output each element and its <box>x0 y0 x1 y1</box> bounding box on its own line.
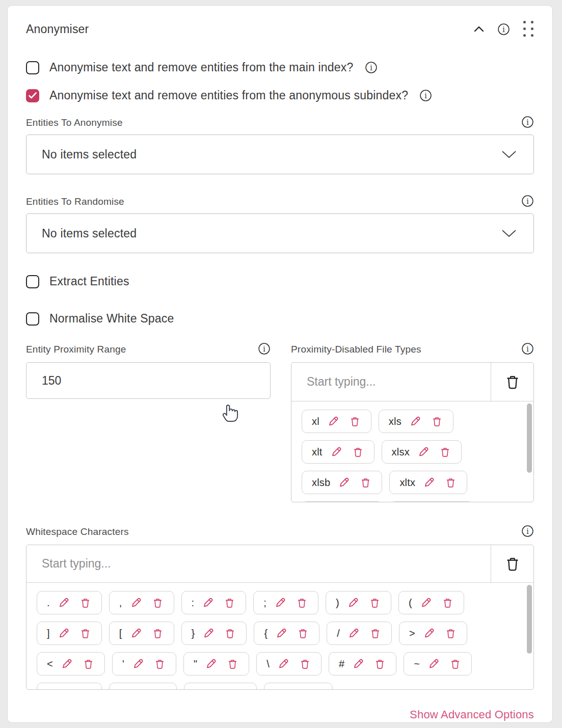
chip-label: xlt <box>312 446 323 458</box>
file-type-chip: xlsx <box>382 440 462 464</box>
chip-trash-icon[interactable] <box>368 597 381 609</box>
edit-pencil-icon[interactable] <box>202 627 216 640</box>
anonymous-subindex-label: Anonymise text and remove entities from … <box>49 89 408 102</box>
chip-trash-icon[interactable] <box>297 627 309 640</box>
entities-to-anonymise-select[interactable]: No items selected <box>26 134 534 174</box>
whitespace-chip: ~ <box>404 652 472 676</box>
edit-pencil-icon[interactable] <box>417 445 431 459</box>
info-icon[interactable]: i <box>258 342 271 355</box>
info-icon[interactable]: i <box>419 89 432 102</box>
edit-pencil-icon[interactable] <box>130 627 144 640</box>
chip-trash-icon[interactable] <box>226 658 239 670</box>
scrollbar-thumb[interactable] <box>527 585 532 654</box>
chip-trash-icon[interactable] <box>441 597 454 609</box>
clear-all-trash-icon[interactable] <box>491 363 533 401</box>
edit-pencil-icon[interactable] <box>330 445 344 459</box>
edit-pencil-icon[interactable] <box>409 415 423 428</box>
info-icon[interactable]: i <box>521 195 534 207</box>
whitespace-search-input[interactable] <box>26 545 491 582</box>
edit-pencil-icon[interactable] <box>275 627 289 640</box>
proximity-disabled-file-types-label: Proximity-Disabled File Types <box>291 344 421 355</box>
chip-trash-icon[interactable] <box>82 658 95 670</box>
file-type-chip: xl <box>302 410 371 433</box>
edit-pencil-icon[interactable] <box>132 688 146 690</box>
chip-trash-icon[interactable] <box>153 658 166 670</box>
chip-trash-icon[interactable] <box>439 446 451 459</box>
edit-pencil-icon[interactable] <box>277 657 291 671</box>
main-index-checkbox[interactable] <box>26 61 39 74</box>
edit-pencil-icon[interactable] <box>58 627 71 640</box>
file-types-search-input[interactable] <box>291 363 491 401</box>
chip-trash-icon[interactable] <box>224 627 236 640</box>
edit-pencil-icon[interactable] <box>338 476 352 490</box>
svg-text:i: i <box>526 527 529 535</box>
edit-pencil-icon[interactable] <box>202 596 216 610</box>
chip-trash-icon[interactable] <box>234 688 247 690</box>
whitespace-chip: ' <box>112 652 176 676</box>
edit-pencil-icon[interactable] <box>423 476 437 490</box>
edit-pencil-icon[interactable] <box>288 688 302 690</box>
scrollbar-thumb[interactable] <box>527 403 532 473</box>
edit-pencil-icon[interactable] <box>427 657 441 671</box>
chip-trash-icon[interactable] <box>373 658 386 670</box>
chip-label: < <box>47 658 53 670</box>
edit-pencil-icon[interactable] <box>420 596 434 610</box>
entity-proximity-range-input[interactable] <box>26 362 271 399</box>
edit-pencil-icon[interactable] <box>212 688 226 690</box>
drag-handle-icon[interactable] <box>523 21 534 37</box>
edit-pencil-icon[interactable] <box>132 657 146 671</box>
anonymous-subindex-checkbox[interactable] <box>26 89 39 102</box>
chip-label: ' <box>122 658 124 670</box>
info-icon[interactable]: i <box>521 525 534 537</box>
chip-trash-icon[interactable] <box>223 597 236 609</box>
edit-pencil-icon[interactable] <box>327 415 341 428</box>
chip-trash-icon[interactable] <box>299 658 311 670</box>
chip-trash-icon[interactable] <box>352 446 364 459</box>
chip-trash-icon[interactable] <box>154 688 167 690</box>
whitespace-chip-list: . , <box>26 583 533 689</box>
info-icon[interactable]: i <box>365 61 378 74</box>
file-type-chip: xls <box>379 410 453 433</box>
collapse-chevron-icon[interactable] <box>474 26 484 32</box>
info-icon[interactable]: i <box>521 342 534 355</box>
edit-pencil-icon[interactable] <box>205 657 219 671</box>
extract-entities-row: Extract Entities <box>26 275 534 288</box>
edit-pencil-icon[interactable] <box>274 596 288 610</box>
edit-pencil-icon[interactable] <box>347 596 361 610</box>
chip-trash-icon[interactable] <box>431 415 443 428</box>
chip-trash-icon[interactable] <box>151 597 164 609</box>
chip-label: > <box>409 628 415 639</box>
chip-trash-icon[interactable] <box>310 688 323 690</box>
show-advanced-options-link[interactable]: Show Advanced Options <box>410 708 534 721</box>
whitespace-chip: ( <box>398 591 464 614</box>
entities-to-randomise-label: Entities To Randomise <box>26 196 124 207</box>
edit-pencil-icon[interactable] <box>61 657 74 671</box>
chip-trash-icon[interactable] <box>79 688 92 690</box>
chip-trash-icon[interactable] <box>449 658 462 670</box>
entities-to-randomise-select[interactable]: No items selected <box>26 213 534 253</box>
chip-trash-icon[interactable] <box>151 627 164 640</box>
svg-text:i: i <box>370 64 372 72</box>
chip-trash-icon[interactable] <box>349 415 361 428</box>
normalise-white-space-checkbox[interactable] <box>26 312 39 326</box>
edit-pencil-icon[interactable] <box>352 657 366 671</box>
edit-pencil-icon[interactable] <box>130 596 144 610</box>
edit-pencil-icon[interactable] <box>58 688 71 690</box>
chip-trash-icon[interactable] <box>296 597 308 609</box>
chip-trash-icon[interactable] <box>444 476 457 489</box>
chip-trash-icon[interactable] <box>359 476 372 489</box>
clear-all-trash-icon[interactable] <box>491 545 533 582</box>
extract-entities-checkbox[interactable] <box>26 275 39 288</box>
chip-trash-icon[interactable] <box>79 597 92 609</box>
chip-trash-icon[interactable] <box>369 627 382 640</box>
edit-pencil-icon[interactable] <box>58 596 71 610</box>
edit-pencil-icon[interactable] <box>347 627 361 640</box>
info-icon[interactable]: i <box>521 116 534 128</box>
edit-pencil-icon[interactable] <box>423 627 437 640</box>
chip-label: ? <box>119 689 125 690</box>
whitespace-chip: / <box>327 622 392 645</box>
chip-trash-icon[interactable] <box>79 627 92 640</box>
chip-trash-icon[interactable] <box>444 627 457 640</box>
info-icon[interactable]: i <box>497 23 510 36</box>
chip-label: { <box>264 628 267 639</box>
